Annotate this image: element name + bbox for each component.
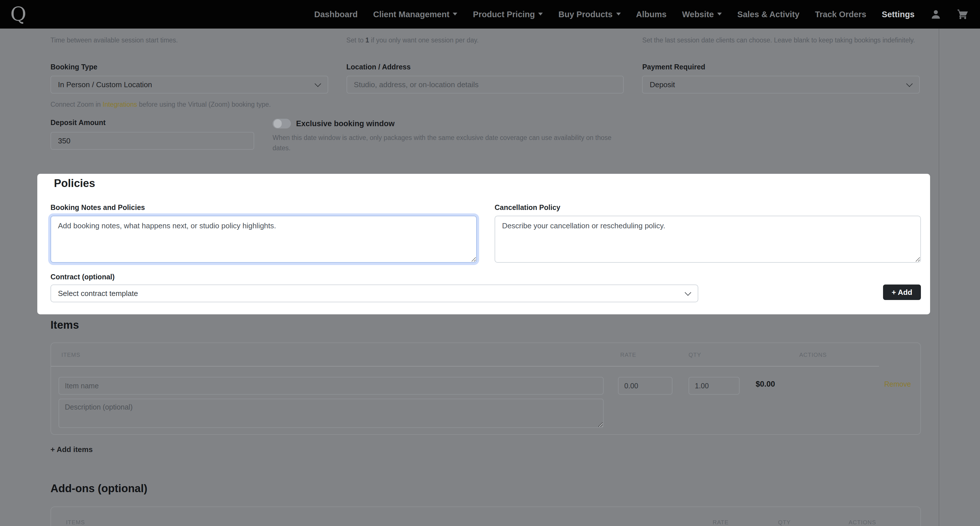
account-icon[interactable] — [930, 8, 942, 20]
cart-icon[interactable] — [957, 8, 969, 20]
toggle-knob — [274, 119, 282, 128]
remove-item-link[interactable]: Remove — [884, 380, 911, 388]
payment-required-select[interactable]: Deposit — [642, 76, 920, 94]
nav-item-settings[interactable]: Settings — [882, 10, 915, 19]
booking-notes-textarea[interactable] — [51, 216, 477, 263]
nav-item-sales-activity[interactable]: Sales & Activity — [737, 10, 800, 19]
deposit-amount-input[interactable]: 350 — [51, 132, 254, 150]
items-table: ITEMS RATE QTY ACTIONS $0.00 Remove — [51, 342, 921, 435]
location-input[interactable]: Studio, address, or on-location details — [346, 76, 624, 94]
add-items-link[interactable]: + Add items — [51, 445, 93, 454]
dropdown-caret-icon — [616, 13, 620, 16]
exclusive-window-toggle[interactable] — [272, 119, 291, 129]
page: Q Dashboard Client Management Product Pr… — [0, 0, 980, 526]
item-description-textarea[interactable] — [59, 399, 604, 428]
nav-item-buy-products[interactable]: Buy Products — [558, 10, 621, 19]
nav-item-product-pricing[interactable]: Product Pricing — [473, 10, 543, 19]
nav-item-dashboard[interactable]: Dashboard — [314, 10, 358, 19]
dropdown-caret-icon — [717, 13, 722, 16]
booking-type-select[interactable]: In Person / Custom Location — [51, 76, 328, 94]
items-heading: Items — [51, 319, 79, 332]
nav-item-track-orders[interactable]: Track Orders — [815, 10, 866, 19]
addons-heading: Add-ons (optional) — [51, 482, 148, 495]
nav-menu: Dashboard Client Management Product Pric… — [314, 8, 980, 20]
cancellation-policy-textarea[interactable] — [495, 216, 921, 263]
exclusive-window-description: When this date window is active, only pa… — [272, 133, 628, 154]
qty-column-header: QTY — [778, 519, 791, 525]
policies-spotlight-section: Policies Booking Notes and Policies Canc… — [0, 174, 980, 314]
brand-logo[interactable]: Q — [10, 0, 26, 28]
item-rate-input[interactable] — [618, 377, 673, 395]
items-section-dimmed: Items ITEMS RATE QTY ACTIONS $0.00 Remov… — [0, 314, 980, 526]
add-contract-button[interactable]: + Add — [883, 284, 921, 300]
nav-item-albums[interactable]: Albums — [636, 10, 667, 19]
content-edge-divider — [939, 28, 939, 526]
table-header-divider — [51, 366, 879, 367]
location-label: Location / Address — [346, 63, 624, 71]
exclusive-window-label: Exclusive booking window — [296, 119, 395, 128]
sessions-per-day-hint: Set to 1 if you only want one session pe… — [346, 36, 624, 63]
policies-heading: Policies — [54, 177, 95, 190]
chevron-down-icon — [906, 80, 913, 87]
top-navbar: Q Dashboard Client Management Product Pr… — [0, 0, 980, 29]
cancellation-policy-label: Cancellation Policy — [495, 203, 560, 212]
items-column-header: ITEMS — [61, 352, 80, 358]
contract-template-select[interactable]: Select contract template — [51, 284, 698, 302]
item-name-input[interactable] — [59, 377, 604, 395]
last-session-date-hint: Set the last session date clients can ch… — [642, 36, 920, 63]
rate-column-header: RATE — [620, 352, 636, 358]
dropdown-caret-icon — [538, 13, 543, 16]
interval-hint: Time between available session start tim… — [51, 36, 328, 63]
payment-required-label: Payment Required — [642, 63, 920, 71]
integrations-link[interactable]: Integrations — [103, 101, 137, 108]
items-column-header: ITEMS — [66, 519, 85, 525]
rate-column-header: RATE — [713, 519, 729, 525]
booking-type-label: Booking Type — [51, 63, 328, 71]
chevron-down-icon — [685, 289, 691, 296]
chevron-down-icon — [314, 80, 321, 87]
actions-column-header: ACTIONS — [799, 352, 827, 358]
actions-column-header: ACTIONS — [849, 519, 876, 525]
nav-item-client-management[interactable]: Client Management — [373, 10, 458, 19]
deposit-amount-label: Deposit Amount — [51, 119, 254, 127]
booking-notes-label: Booking Notes and Policies — [51, 203, 145, 212]
contract-label: Contract (optional) — [51, 273, 115, 281]
dropdown-caret-icon — [453, 13, 458, 16]
policies-panel: Policies Booking Notes and Policies Canc… — [37, 174, 930, 314]
nav-item-website[interactable]: Website — [682, 10, 722, 19]
item-total: $0.00 — [756, 380, 775, 388]
scheduling-section-dimmed: Time between available session start tim… — [0, 28, 980, 174]
zoom-integration-help: Connect Zoom in Integrations before usin… — [51, 100, 920, 110]
addons-table: ITEMS RATE QTY ACTIONS — [51, 507, 921, 526]
qty-column-header: QTY — [689, 352, 701, 358]
item-qty-input[interactable] — [689, 377, 740, 395]
